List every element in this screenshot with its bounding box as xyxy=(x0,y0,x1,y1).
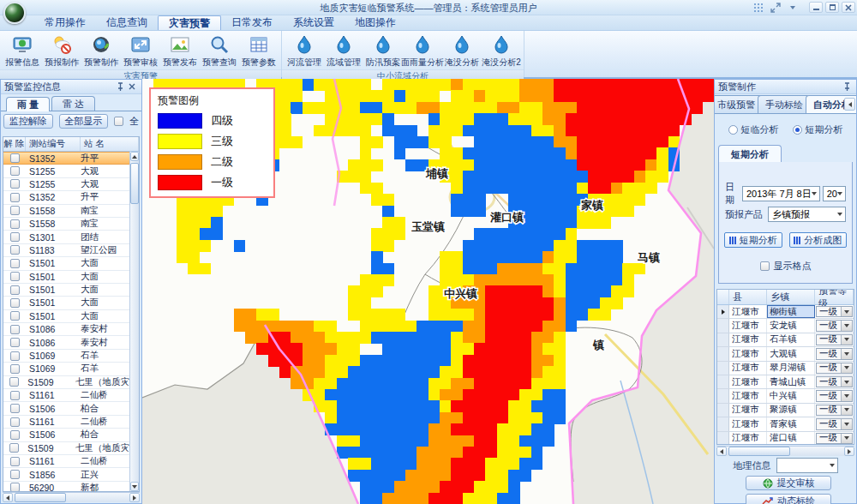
close-panel-icon[interactable] xyxy=(126,81,138,93)
level-dropdown-button[interactable] xyxy=(841,335,852,345)
radio-shortterm[interactable]: 短期分析 xyxy=(793,123,843,136)
town-warning-row[interactable]: 江堰市柳街镇一级 xyxy=(717,305,854,319)
level-dropdown-button[interactable] xyxy=(841,321,852,330)
release-checkbox[interactable] xyxy=(10,457,20,466)
town-cell[interactable]: 翠月湖镇 xyxy=(767,362,815,375)
town-warning-row[interactable]: 江堰市大观镇一级 xyxy=(717,347,854,361)
town-warning-row[interactable]: 江堰市青城山镇一级 xyxy=(717,375,854,389)
level-dropdown[interactable]: 一级 xyxy=(816,405,853,416)
menu-item-3[interactable]: 日常发布 xyxy=(221,15,283,30)
release-checkbox[interactable] xyxy=(10,285,20,295)
station-row[interactable]: S1509七里（地质灾 xyxy=(3,442,129,455)
radio-shortterm-imminent[interactable]: 短临分析 xyxy=(728,123,779,136)
release-checkbox[interactable] xyxy=(10,272,20,281)
ribbon-button-预警制作[interactable]: 预警制作 xyxy=(81,33,121,69)
level-dropdown-button[interactable] xyxy=(841,405,852,415)
release-checkbox[interactable] xyxy=(10,193,20,202)
level-dropdown[interactable]: 一级 xyxy=(816,334,853,345)
release-checkbox[interactable] xyxy=(10,325,20,334)
release-checkbox[interactable] xyxy=(9,377,19,387)
station-row[interactable]: S1352升平 xyxy=(3,191,129,204)
tab-rain[interactable]: 雨 量 xyxy=(6,97,50,111)
station-row[interactable]: S1183望江公园 xyxy=(3,244,129,257)
menu-item-4[interactable]: 系统设置 xyxy=(283,15,345,30)
menu-item-2[interactable]: 灾害预警 xyxy=(158,15,221,30)
ribbon-button-报警信息[interactable]: 报警信息 xyxy=(3,33,42,69)
pin-icon[interactable] xyxy=(114,81,126,93)
release-checkbox[interactable] xyxy=(10,179,20,189)
menu-item-0[interactable]: 常用操作 xyxy=(34,15,96,30)
town-cell[interactable]: 中兴镇 xyxy=(767,389,815,402)
ribbon-button-预警发布[interactable]: 预警发布 xyxy=(160,33,200,69)
station-row[interactable]: S1069石羊 xyxy=(3,363,129,375)
station-row[interactable]: S1352升平 xyxy=(3,152,129,165)
level-dropdown-button[interactable] xyxy=(841,391,852,400)
station-row[interactable]: S1086泰安村 xyxy=(3,323,129,336)
ribbon-button-淹没分析2[interactable]: 淹没分析2 xyxy=(482,33,521,69)
town-cell[interactable]: 聚源镇 xyxy=(767,404,815,417)
release-checkbox[interactable] xyxy=(10,364,20,374)
town-cell[interactable]: 灌口镇 xyxy=(767,432,815,445)
product-combobox[interactable]: 乡镇预报 xyxy=(768,207,846,222)
release-checkbox[interactable] xyxy=(10,206,20,215)
level-dropdown-button[interactable] xyxy=(841,349,852,358)
level-dropdown-button[interactable] xyxy=(841,419,852,429)
town-warning-row[interactable]: 江堰市翠月湖镇一级 xyxy=(717,362,854,375)
release-checkbox[interactable] xyxy=(10,166,20,176)
station-row[interactable]: S1501大面 xyxy=(3,310,129,323)
release-checkbox[interactable] xyxy=(10,245,20,255)
station-row[interactable]: S1558南宝 xyxy=(3,218,129,231)
release-checkbox[interactable] xyxy=(10,430,20,440)
col-town[interactable]: 乡镇 xyxy=(767,290,815,304)
release-checkbox[interactable] xyxy=(10,338,20,347)
station-table-hscrollbar[interactable] xyxy=(3,492,140,502)
release-monitor-button[interactable]: 监控解除 xyxy=(3,114,53,129)
grid-dots-icon[interactable] xyxy=(751,2,766,14)
app-orb-button[interactable] xyxy=(3,2,26,24)
tab-city-warning[interactable]: 市级预警 xyxy=(715,95,763,113)
shortterm-analysis-button[interactable]: 短期分析 xyxy=(724,232,782,248)
tab-manual-plot[interactable]: 手动标绘 xyxy=(758,95,811,113)
level-dropdown-button[interactable] xyxy=(841,363,852,373)
col-station-code[interactable]: 测站编号 xyxy=(26,137,81,151)
station-row[interactable]: S1501大面 xyxy=(3,257,129,270)
ribbon-button-河流管理[interactable]: 河流管理 xyxy=(285,33,324,69)
release-checkbox[interactable] xyxy=(10,153,20,163)
level-dropdown[interactable]: 一级 xyxy=(816,320,853,331)
menu-item-5[interactable]: 地图操作 xyxy=(345,15,406,30)
pin-icon[interactable] xyxy=(841,81,853,93)
town-cell[interactable]: 柳街镇 xyxy=(767,305,815,318)
release-checkbox[interactable] xyxy=(10,232,20,242)
level-dropdown[interactable]: 一级 xyxy=(816,390,853,401)
ribbon-button-流域管理[interactable]: 流域管理 xyxy=(324,33,363,69)
station-row[interactable]: S1509七里（地质灾 xyxy=(3,376,129,389)
release-checkbox[interactable] xyxy=(10,470,20,479)
station-row[interactable]: S1069石羊 xyxy=(3,350,129,363)
col-county[interactable]: 县 xyxy=(729,290,767,304)
release-checkbox[interactable] xyxy=(10,391,20,400)
town-cell[interactable]: 安龙镇 xyxy=(767,319,815,332)
ribbon-button-防汛预案[interactable]: 防汛预案 xyxy=(363,33,403,69)
town-cell[interactable]: 青城山镇 xyxy=(767,375,815,388)
col-release[interactable]: 解 除 xyxy=(3,137,26,151)
ribbon-button-预报制作[interactable]: 预报制作 xyxy=(42,33,81,69)
level-dropdown[interactable]: 一级 xyxy=(816,418,853,429)
town-warning-row[interactable]: 江堰市灌口镇一级 xyxy=(717,432,854,445)
tab-shortterm-analysis[interactable]: 短期分析 xyxy=(718,145,782,162)
level-dropdown-button[interactable] xyxy=(841,434,852,443)
level-dropdown-button[interactable] xyxy=(841,377,852,387)
release-checkbox[interactable] xyxy=(10,298,20,308)
select-all-checkbox[interactable] xyxy=(114,117,123,126)
station-row[interactable]: S1506柏合 xyxy=(3,402,129,415)
station-row[interactable]: S1086泰安村 xyxy=(3,336,129,349)
release-checkbox[interactable] xyxy=(10,483,20,491)
release-checkbox[interactable] xyxy=(9,443,19,453)
hour-combobox[interactable]: 20 xyxy=(823,186,846,201)
col-station-name[interactable]: 站 名 xyxy=(81,137,139,151)
station-row[interactable]: S1558南宝 xyxy=(3,205,129,218)
station-table-vscrollbar[interactable] xyxy=(129,152,139,491)
col-warning-level[interactable]: 预警等级 xyxy=(815,290,854,304)
station-row[interactable]: S1501大面 xyxy=(3,297,129,309)
level-dropdown[interactable]: 一级 xyxy=(816,306,853,317)
station-row[interactable]: 56290新都 xyxy=(3,482,129,491)
